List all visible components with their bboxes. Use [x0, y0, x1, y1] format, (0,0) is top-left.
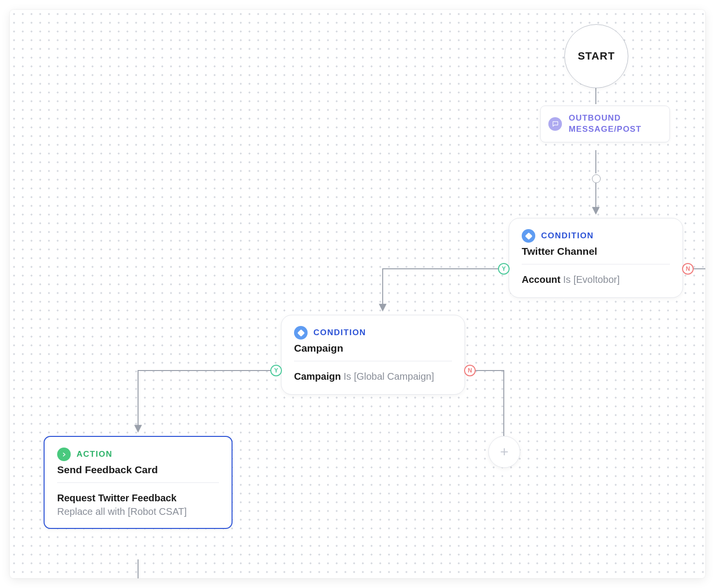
divider: [522, 264, 670, 264]
trigger-card[interactable]: OUTBOUND MESSAGE/POST: [540, 106, 670, 142]
start-node[interactable]: START: [564, 24, 628, 88]
message-icon: [548, 117, 562, 131]
connector-dot: [592, 174, 601, 183]
port-no[interactable]: N: [464, 365, 476, 376]
condition-rule: Campaign Is [Global Campaign]: [294, 369, 452, 384]
condition-twitter-channel[interactable]: CONDITION Twitter Channel Account Is [Ev…: [509, 218, 683, 298]
card-title: Campaign: [294, 342, 452, 354]
action-icon: [57, 448, 71, 461]
card-type-label: ACTION: [77, 449, 112, 459]
divider: [57, 482, 219, 483]
condition-rule: Account Is [Evoltobor]: [522, 272, 670, 287]
condition-icon: [294, 326, 308, 340]
divider: [294, 361, 452, 361]
action-rule-sub: Replace all with [Robot CSAT]: [57, 506, 219, 517]
svg-point-0: [61, 451, 67, 458]
action-rule: Request Twitter Feedback: [57, 491, 219, 505]
workflow-canvas[interactable]: START OUTBOUND MESSAGE/POST CONDITION Tw…: [10, 10, 705, 578]
start-label: START: [578, 50, 615, 62]
port-yes[interactable]: Y: [270, 365, 282, 376]
card-title: Send Feedback Card: [57, 464, 219, 476]
card-title: Twitter Channel: [522, 246, 670, 257]
port-no[interactable]: N: [682, 263, 694, 275]
plus-icon: +: [500, 445, 509, 459]
card-type-label: CONDITION: [313, 328, 366, 338]
card-type-label: CONDITION: [541, 231, 594, 241]
condition-campaign[interactable]: CONDITION Campaign Campaign Is [Global C…: [281, 315, 465, 395]
port-yes[interactable]: Y: [498, 263, 510, 275]
action-send-feedback-card[interactable]: ACTION Send Feedback Card Request Twitte…: [44, 436, 233, 529]
add-node-button[interactable]: +: [488, 436, 520, 468]
condition-icon: [522, 229, 535, 243]
trigger-label: OUTBOUND MESSAGE/POST: [569, 113, 660, 135]
